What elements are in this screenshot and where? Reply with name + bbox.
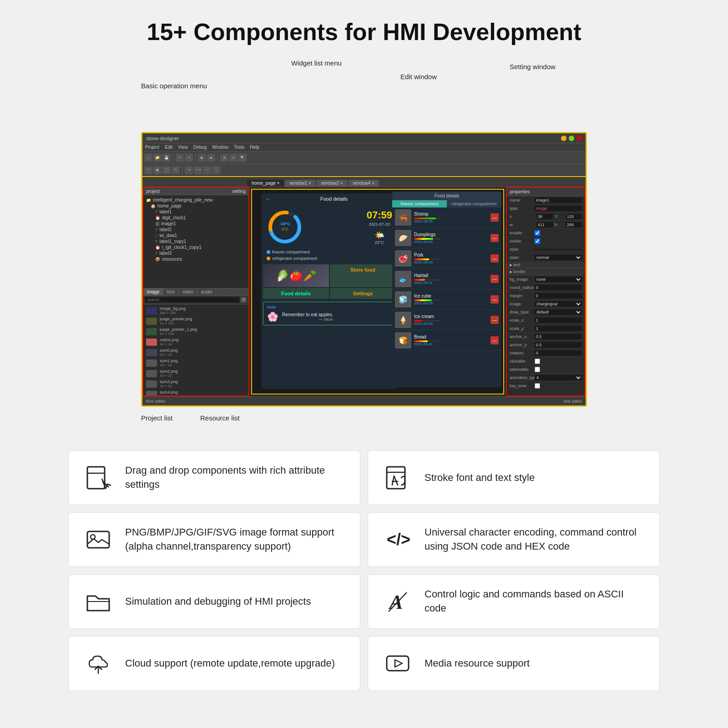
prop-check-selectable[interactable] xyxy=(535,367,540,372)
prop-val-scale-x[interactable]: 1 xyxy=(535,318,582,323)
hmi-food-details-btn[interactable]: Food details xyxy=(263,288,329,299)
resource-search-input[interactable] xyxy=(145,297,239,303)
food-item-pork[interactable]: 🥩 Pork 2021-09-29 — xyxy=(392,248,501,269)
prop-val-x[interactable]: 36 xyxy=(536,214,553,219)
menu-help[interactable]: Help xyxy=(250,145,259,150)
prop-check-key-tone[interactable] xyxy=(535,383,540,389)
prop-val-radius[interactable]: 0 xyxy=(535,285,582,290)
project-root[interactable]: 📁 intelligent_charging_pile_new xyxy=(143,197,248,203)
hmi-settings-btn[interactable]: Settings xyxy=(330,288,396,299)
menu-project[interactable]: Project xyxy=(145,145,159,150)
project-image1[interactable]: 🖼 image1 xyxy=(143,221,248,227)
toolbar-icon-align[interactable]: ≡ xyxy=(229,154,238,162)
status-form-editor[interactable]: form editor xyxy=(146,399,166,404)
project-home-page[interactable]: 🏠 home_page xyxy=(143,203,248,209)
project-label1-copy[interactable]: T label1_copy1 xyxy=(143,238,248,244)
prop-check-enable[interactable] xyxy=(535,230,540,236)
res-tab-audio[interactable]: audio xyxy=(197,288,216,295)
project-label2[interactable]: T label2 xyxy=(143,227,248,233)
food-item-icecream[interactable]: 🍦 Ice cream 2021-09-03 — xyxy=(392,310,501,330)
res-item-bg[interactable]: image_bg.png300 × 200 xyxy=(143,305,248,316)
food-del-icecube[interactable]: — xyxy=(490,295,499,303)
project-digit-clock1[interactable]: ⏰ digit_clock1 xyxy=(143,215,248,221)
toolbar2-icon-8[interactable]: ↕ xyxy=(212,166,220,174)
prop-val-anchor-y[interactable]: 0.5 xyxy=(535,342,582,348)
res-item-sum1[interactable]: sum1.png18 × 22 xyxy=(143,358,248,368)
prop-val-rotation[interactable]: 0 xyxy=(535,350,582,356)
prop-val-style[interactable] xyxy=(535,249,582,250)
res-item-sum0[interactable]: sum0.png18 × 22 xyxy=(143,347,248,358)
food-del-dumplings[interactable]: — xyxy=(490,234,499,242)
project-label3[interactable]: T label3 xyxy=(143,250,248,256)
project-resources[interactable]: 📦 resources xyxy=(143,256,248,262)
toolbar2-icon-7[interactable]: ↔ xyxy=(203,166,211,174)
food-del-shrimp[interactable]: — xyxy=(490,213,499,222)
food-item-shrimp[interactable]: 🦐 Shrimp 2021-09-05 — xyxy=(392,207,501,228)
toolbar-icon-undo[interactable]: ↩ xyxy=(176,154,184,162)
prop-section-text[interactable]: text: xyxy=(507,262,585,268)
prop-section-border[interactable]: border: xyxy=(507,268,585,275)
toolbar2-icon-6[interactable]: ⟼ xyxy=(194,166,202,174)
menu-view[interactable]: View xyxy=(178,145,188,150)
tab-window4[interactable]: window4 × xyxy=(349,180,379,187)
hmi-store-food-btn[interactable]: Store food xyxy=(330,264,396,287)
prop-val-margin[interactable]: 0 xyxy=(535,293,582,298)
res-tab-video[interactable]: video xyxy=(179,288,197,295)
toolbar2-icon-3[interactable]: ◯ xyxy=(162,166,171,174)
toolbar-icon-redo[interactable]: ↪ xyxy=(185,154,193,162)
project-label1[interactable]: T label1 xyxy=(143,209,248,215)
tab-home-page[interactable]: home_page × xyxy=(247,180,284,187)
prop-val-scale-y[interactable]: 1 xyxy=(535,326,582,331)
project-widow1[interactable]: □ wi_dow1 xyxy=(143,233,248,238)
toolbar-icon-stop[interactable]: ■ xyxy=(207,154,215,162)
tab-window1[interactable]: window1 × xyxy=(285,180,316,187)
hmi-back-btn[interactable]: ← xyxy=(265,195,271,202)
prop-select-draw-type[interactable]: default xyxy=(535,309,582,315)
tab-window2[interactable]: window2 × xyxy=(317,180,348,187)
toolbar2-icon-5[interactable]: ⇥ xyxy=(185,166,193,174)
prop-select-anim[interactable]: 4 xyxy=(535,375,582,380)
menu-window[interactable]: Window xyxy=(212,145,228,150)
res-item-sum2[interactable]: sum2.png18 × 22 xyxy=(143,368,248,379)
food-tab-freezer[interactable]: freezer compartment xyxy=(392,200,447,207)
toolbar2-icon-4[interactable]: ✎ xyxy=(172,166,180,174)
maximize-btn[interactable] xyxy=(569,136,574,141)
prop-check-clickable[interactable] xyxy=(535,359,540,364)
toolbar-icon-grid[interactable]: ⊞ xyxy=(220,154,228,162)
status-text-editor[interactable]: text editor xyxy=(564,399,582,404)
toolbar-icon-open[interactable]: 📁 xyxy=(153,154,162,162)
toolbar-icon-new[interactable]: □ xyxy=(144,154,152,162)
menu-edit[interactable]: Edit xyxy=(165,145,172,150)
toolbar2-icon-1[interactable]: T xyxy=(144,166,152,174)
project-clock-copy[interactable]: ⏰ i_igit_clock1_copy1 xyxy=(143,244,248,250)
toolbar2-icon-2[interactable]: ▣ xyxy=(153,166,162,174)
prop-val-h[interactable]: 289 xyxy=(566,222,582,228)
food-item-hairtail[interactable]: 🐟 Hairtail 2021-09-21 — xyxy=(392,269,501,289)
food-del-bread[interactable]: — xyxy=(490,336,499,344)
food-del-hairtail[interactable]: — xyxy=(490,275,499,283)
toolbar-icon-run[interactable]: ▶ xyxy=(198,154,206,162)
food-item-icecube[interactable]: 🧊 Ice cube 2021-09-05 — xyxy=(392,289,501,310)
res-item-sum4[interactable]: sum4.png18 × 22 xyxy=(143,389,248,395)
food-item-dumplings[interactable]: 🥟 Dumplings 2021-09-09 — xyxy=(392,228,501,248)
res-item-pointer1[interactable]: juage_pointer_1.png10 × 154 xyxy=(143,326,248,337)
prop-val-anchor-x[interactable]: 0.5 xyxy=(535,334,582,339)
menu-debug[interactable]: Debug xyxy=(193,145,207,150)
prop-select-image[interactable]: chargingcar xyxy=(535,301,582,307)
prop-val-name[interactable]: image1 xyxy=(535,197,582,203)
res-item-sum3[interactable]: sum3.png18 × 22 xyxy=(143,379,248,389)
prop-select-state[interactable]: normal xyxy=(535,255,582,260)
food-item-bread[interactable]: 🍞 Bread 2021-09-22 — xyxy=(392,330,501,351)
res-item-notice[interactable]: notice.png14 × 24 xyxy=(143,337,248,347)
toolbar-icon-zoom[interactable]: 🔍 xyxy=(238,154,247,162)
close-btn[interactable] xyxy=(576,136,582,141)
prop-val-y[interactable]: 120 xyxy=(566,214,582,219)
prop-val-type[interactable]: image xyxy=(535,206,582,211)
food-tab-fridge[interactable]: refrigerator compartment xyxy=(447,200,501,207)
prop-select-bg-image[interactable]: none xyxy=(535,277,582,282)
menu-tools[interactable]: Tools xyxy=(234,145,244,150)
food-del-pork[interactable]: — xyxy=(490,254,499,263)
food-del-icecream[interactable]: — xyxy=(490,316,499,324)
toolbar-icon-save[interactable]: 💾 xyxy=(162,154,171,162)
prop-check-visible[interactable] xyxy=(535,238,540,244)
